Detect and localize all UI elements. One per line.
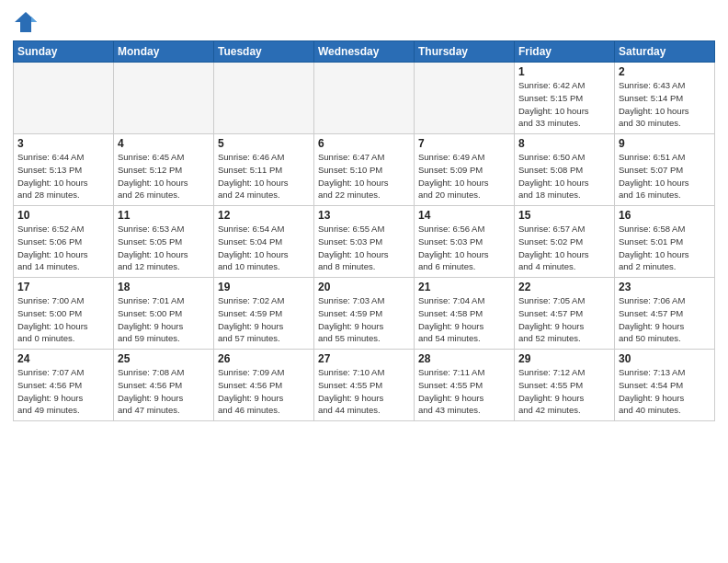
day-info: Sunrise: 7:11 AM Sunset: 4:55 PM Dayligh…	[418, 366, 510, 417]
day-info: Sunrise: 7:10 AM Sunset: 4:55 PM Dayligh…	[318, 366, 410, 417]
day-info: Sunrise: 6:54 AM Sunset: 5:04 PM Dayligh…	[218, 223, 310, 273]
day-info: Sunrise: 7:06 AM Sunset: 4:57 PM Dayligh…	[619, 294, 711, 345]
calendar-cell: 6Sunrise: 6:47 AM Sunset: 5:10 PM Daylig…	[314, 134, 415, 206]
weekday-header: Friday	[515, 41, 615, 63]
calendar-cell: 22Sunrise: 7:05 AM Sunset: 4:57 PM Dayli…	[515, 278, 615, 350]
week-row: 17Sunrise: 7:00 AM Sunset: 5:00 PM Dayli…	[14, 278, 715, 350]
day-info: Sunrise: 7:01 AM Sunset: 5:00 PM Dayligh…	[118, 294, 210, 345]
day-number: 23	[619, 281, 711, 293]
day-number: 27	[318, 352, 410, 365]
day-info: Sunrise: 6:49 AM Sunset: 5:09 PM Dayligh…	[418, 151, 510, 201]
day-number: 15	[518, 209, 610, 222]
day-info: Sunrise: 7:13 AM Sunset: 4:54 PM Dayligh…	[619, 366, 711, 417]
calendar-cell: 8Sunrise: 6:50 AM Sunset: 5:08 PM Daylig…	[515, 134, 615, 206]
weekday-header-row: SundayMondayTuesdayWednesdayThursdayFrid…	[14, 41, 715, 63]
calendar-cell: 27Sunrise: 7:10 AM Sunset: 4:55 PM Dayli…	[314, 350, 415, 421]
day-number: 22	[518, 281, 610, 293]
day-number: 24	[17, 352, 109, 365]
day-info: Sunrise: 6:55 AM Sunset: 5:03 PM Dayligh…	[318, 223, 410, 273]
calendar-cell: 30Sunrise: 7:13 AM Sunset: 4:54 PM Dayli…	[615, 350, 715, 421]
day-number: 9	[619, 137, 711, 150]
day-info: Sunrise: 7:12 AM Sunset: 4:55 PM Dayligh…	[518, 366, 610, 417]
day-info: Sunrise: 6:57 AM Sunset: 5:02 PM Dayligh…	[518, 223, 610, 273]
day-number: 3	[17, 137, 109, 150]
day-info: Sunrise: 7:03 AM Sunset: 4:59 PM Dayligh…	[318, 294, 410, 345]
day-info: Sunrise: 6:45 AM Sunset: 5:12 PM Dayligh…	[118, 151, 210, 201]
calendar-cell: 3Sunrise: 6:44 AM Sunset: 5:13 PM Daylig…	[14, 134, 114, 206]
header	[13, 9, 715, 35]
day-info: Sunrise: 6:58 AM Sunset: 5:01 PM Dayligh…	[619, 223, 711, 273]
calendar-cell: 14Sunrise: 6:56 AM Sunset: 5:03 PM Dayli…	[415, 206, 515, 278]
day-info: Sunrise: 7:05 AM Sunset: 4:57 PM Dayligh…	[518, 294, 610, 345]
calendar-cell	[314, 63, 415, 134]
calendar-cell	[14, 63, 114, 134]
day-info: Sunrise: 6:52 AM Sunset: 5:06 PM Dayligh…	[17, 223, 109, 273]
calendar-cell: 20Sunrise: 7:03 AM Sunset: 4:59 PM Dayli…	[314, 278, 415, 350]
calendar-cell: 24Sunrise: 7:07 AM Sunset: 4:56 PM Dayli…	[14, 350, 114, 421]
day-number: 13	[318, 209, 410, 222]
logo	[13, 9, 40, 35]
calendar-cell: 28Sunrise: 7:11 AM Sunset: 4:55 PM Dayli…	[415, 350, 515, 421]
weekday-header: Wednesday	[314, 41, 415, 63]
day-info: Sunrise: 6:42 AM Sunset: 5:15 PM Dayligh…	[518, 79, 610, 130]
day-info: Sunrise: 7:09 AM Sunset: 4:56 PM Dayligh…	[218, 366, 310, 417]
day-number: 17	[17, 281, 109, 293]
day-info: Sunrise: 6:46 AM Sunset: 5:11 PM Dayligh…	[218, 151, 310, 201]
calendar-cell: 7Sunrise: 6:49 AM Sunset: 5:09 PM Daylig…	[415, 134, 515, 206]
calendar-cell: 16Sunrise: 6:58 AM Sunset: 5:01 PM Dayli…	[615, 206, 715, 278]
logo-icon	[13, 9, 39, 35]
day-info: Sunrise: 7:02 AM Sunset: 4:59 PM Dayligh…	[218, 294, 310, 345]
day-number: 25	[118, 352, 210, 365]
calendar-cell: 15Sunrise: 6:57 AM Sunset: 5:02 PM Dayli…	[515, 206, 615, 278]
svg-marker-1	[31, 17, 37, 22]
day-info: Sunrise: 6:43 AM Sunset: 5:14 PM Dayligh…	[619, 79, 711, 130]
calendar-cell: 21Sunrise: 7:04 AM Sunset: 4:58 PM Dayli…	[415, 278, 515, 350]
calendar-cell: 11Sunrise: 6:53 AM Sunset: 5:05 PM Dayli…	[114, 206, 214, 278]
calendar-cell: 1Sunrise: 6:42 AM Sunset: 5:15 PM Daylig…	[515, 63, 615, 134]
day-number: 19	[218, 281, 310, 293]
calendar-cell: 4Sunrise: 6:45 AM Sunset: 5:12 PM Daylig…	[114, 134, 214, 206]
day-number: 2	[619, 65, 711, 78]
calendar-cell: 5Sunrise: 6:46 AM Sunset: 5:11 PM Daylig…	[214, 134, 314, 206]
day-info: Sunrise: 6:47 AM Sunset: 5:10 PM Dayligh…	[318, 151, 410, 201]
day-number: 26	[218, 352, 310, 365]
week-row: 10Sunrise: 6:52 AM Sunset: 5:06 PM Dayli…	[14, 206, 715, 278]
calendar-cell: 9Sunrise: 6:51 AM Sunset: 5:07 PM Daylig…	[615, 134, 715, 206]
page: SundayMondayTuesdayWednesdayThursdayFrid…	[0, 0, 728, 563]
calendar-cell: 19Sunrise: 7:02 AM Sunset: 4:59 PM Dayli…	[214, 278, 314, 350]
calendar-cell	[114, 63, 214, 134]
weekday-header: Saturday	[615, 41, 715, 63]
day-info: Sunrise: 6:44 AM Sunset: 5:13 PM Dayligh…	[17, 151, 109, 201]
day-info: Sunrise: 7:08 AM Sunset: 4:56 PM Dayligh…	[118, 366, 210, 417]
week-row: 3Sunrise: 6:44 AM Sunset: 5:13 PM Daylig…	[14, 134, 715, 206]
day-number: 4	[118, 137, 210, 150]
calendar-cell	[415, 63, 515, 134]
day-number: 28	[418, 352, 510, 365]
calendar-cell: 26Sunrise: 7:09 AM Sunset: 4:56 PM Dayli…	[214, 350, 314, 421]
day-number: 21	[418, 281, 510, 293]
day-number: 10	[17, 209, 109, 222]
calendar-cell	[214, 63, 314, 134]
day-info: Sunrise: 7:07 AM Sunset: 4:56 PM Dayligh…	[17, 366, 109, 417]
day-number: 8	[518, 137, 610, 150]
calendar-cell: 18Sunrise: 7:01 AM Sunset: 5:00 PM Dayli…	[114, 278, 214, 350]
day-number: 20	[318, 281, 410, 293]
calendar: SundayMondayTuesdayWednesdayThursdayFrid…	[13, 40, 715, 421]
day-number: 18	[118, 281, 210, 293]
calendar-cell: 17Sunrise: 7:00 AM Sunset: 5:00 PM Dayli…	[14, 278, 114, 350]
weekday-header: Monday	[114, 41, 214, 63]
calendar-cell: 12Sunrise: 6:54 AM Sunset: 5:04 PM Dayli…	[214, 206, 314, 278]
day-number: 1	[518, 65, 610, 78]
weekday-header: Sunday	[14, 41, 114, 63]
day-number: 12	[218, 209, 310, 222]
day-number: 5	[218, 137, 310, 150]
day-number: 16	[619, 209, 711, 222]
calendar-cell: 23Sunrise: 7:06 AM Sunset: 4:57 PM Dayli…	[615, 278, 715, 350]
day-number: 11	[118, 209, 210, 222]
week-row: 24Sunrise: 7:07 AM Sunset: 4:56 PM Dayli…	[14, 350, 715, 421]
day-info: Sunrise: 6:50 AM Sunset: 5:08 PM Dayligh…	[518, 151, 610, 201]
week-row: 1Sunrise: 6:42 AM Sunset: 5:15 PM Daylig…	[14, 63, 715, 134]
calendar-cell: 29Sunrise: 7:12 AM Sunset: 4:55 PM Dayli…	[515, 350, 615, 421]
weekday-header: Thursday	[415, 41, 515, 63]
day-info: Sunrise: 6:56 AM Sunset: 5:03 PM Dayligh…	[418, 223, 510, 273]
